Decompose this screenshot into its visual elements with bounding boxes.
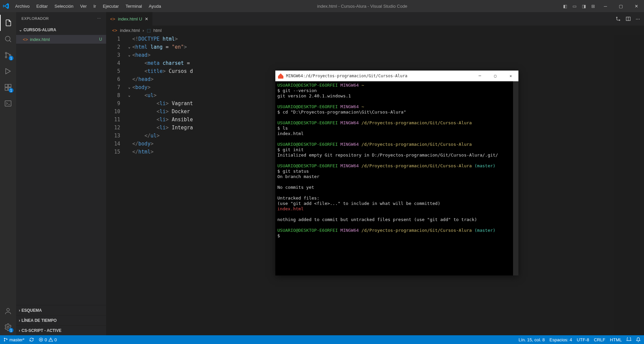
menu-archivo[interactable]: Archivo: [12, 2, 33, 11]
menu-ver[interactable]: Ver: [77, 2, 90, 11]
svg-rect-8: [5, 101, 11, 106]
status-cursor[interactable]: Lín. 15, col. 8: [519, 337, 545, 342]
svg-rect-5: [5, 88, 8, 90]
file-name: index.html: [30, 37, 50, 42]
more-icon[interactable]: ⋯: [636, 16, 640, 22]
html-file-icon: <>: [23, 37, 28, 42]
term-close-button[interactable]: ✕: [503, 71, 518, 81]
activity-run[interactable]: [0, 63, 16, 79]
toggle-panel-left-icon[interactable]: ◧: [560, 2, 570, 11]
term-titlebar[interactable]: MINGW64:/d/Proyectos-programacion/Git/Cu…: [275, 71, 518, 81]
chevron-down-icon: ⌄: [19, 28, 22, 32]
close-icon[interactable]: ✕: [145, 16, 148, 22]
fold-column[interactable]: ⌄⌄⌄⌄: [126, 35, 132, 335]
section-csscript[interactable]: › CS-SCRIPT - ACTIVE: [16, 325, 106, 335]
menu-seleccion[interactable]: Selección: [51, 2, 76, 11]
status-bar: master* 0 0 Lín. 15, col. 8 Espacios: 4 …: [0, 335, 644, 344]
svg-point-10: [7, 326, 9, 328]
activity-account[interactable]: [0, 303, 16, 319]
svg-point-9: [7, 308, 9, 311]
status-feedback-icon[interactable]: [627, 337, 631, 342]
activity-settings[interactable]: 1: [0, 319, 16, 335]
term-minimize-button[interactable]: ─: [472, 71, 488, 81]
menu-terminal[interactable]: Terminal: [123, 2, 145, 11]
settings-badge: 1: [9, 328, 13, 333]
term-maximize-button[interactable]: ▢: [488, 71, 503, 81]
line-numbers: 123456789101112131415: [106, 35, 126, 335]
toggle-panel-bottom-icon[interactable]: ▭: [570, 2, 579, 11]
window-title: index.html - Cursos-Alura - Visual Studi…: [164, 4, 560, 9]
svg-point-0: [5, 36, 10, 41]
chevron-right-icon: ›: [19, 328, 20, 333]
activity-terminal[interactable]: [0, 95, 16, 112]
more-icon[interactable]: ⋯: [97, 16, 101, 21]
svg-point-11: [616, 17, 617, 18]
svg-rect-4: [5, 84, 8, 87]
activity-explorer[interactable]: [0, 15, 16, 31]
menu-editar[interactable]: Editar: [33, 2, 51, 11]
tab-bar: <> index.html U ✕ ⋯: [106, 12, 644, 26]
term-scrollbar[interactable]: [513, 81, 518, 275]
svg-point-2: [5, 56, 7, 58]
term-body[interactable]: USUARIO@DESKTOP-E6ORFEI MINGW64 ~ $ git …: [275, 81, 518, 275]
compare-changes-icon[interactable]: [615, 16, 621, 22]
section-esquema[interactable]: › ESQUEMA: [16, 305, 106, 315]
section-timeline[interactable]: › LÍNEA DE TIEMPO: [16, 315, 106, 325]
svg-point-1: [5, 52, 7, 54]
menu-bar: Archivo Editar Selección Ver Ir Ejecutar…: [12, 2, 164, 11]
status-spaces[interactable]: Espacios: 4: [550, 337, 572, 342]
svg-rect-14: [278, 73, 283, 79]
git-bash-window[interactable]: MINGW64:/d/Proyectos-programacion/Git/Cu…: [275, 71, 518, 275]
window-minimize-button[interactable]: ─: [598, 0, 613, 12]
svg-point-16: [4, 340, 5, 341]
breadcrumb[interactable]: <> index.html › ⬚ html: [106, 26, 644, 35]
section-label: LÍNEA DE TIEMPO: [21, 318, 57, 323]
tab-index-html[interactable]: <> index.html U ✕: [106, 12, 153, 26]
menu-ejecutar[interactable]: Ejecutar: [100, 2, 122, 11]
status-bell-icon[interactable]: [636, 337, 641, 342]
code-content[interactable]: <!DOCTYPE html><html lang = "en"><head> …: [132, 35, 193, 335]
svg-rect-7: [8, 84, 11, 87]
scm-badge: 1: [9, 56, 13, 60]
chevron-right-icon: ›: [142, 28, 144, 33]
status-encoding[interactable]: UTF-8: [577, 337, 589, 342]
section-label: CS-SCRIPT - ACTIVE: [21, 328, 61, 333]
status-branch[interactable]: master*: [3, 337, 25, 342]
status-sync[interactable]: [29, 337, 34, 342]
activity-search[interactable]: [0, 31, 16, 47]
activity-bar: 1 1 1: [0, 12, 16, 335]
status-eol[interactable]: CRLF: [594, 337, 605, 342]
sidebar-title: EXPLORADOR: [21, 16, 49, 20]
breadcrumb-node[interactable]: html: [153, 28, 162, 33]
chevron-right-icon: ›: [19, 318, 20, 323]
ext-badge: 1: [9, 88, 13, 93]
split-editor-icon[interactable]: [626, 16, 631, 22]
chevron-right-icon: ›: [19, 308, 20, 313]
vscode-logo-icon: [0, 3, 12, 9]
activity-extensions[interactable]: 1: [0, 79, 16, 95]
title-bar: Archivo Editar Selección Ver Ir Ejecutar…: [0, 0, 644, 12]
html-file-icon: <>: [110, 16, 115, 22]
svg-point-12: [619, 20, 620, 21]
sidebar-explorer: EXPLORADOR ⋯ ⌄ CURSOS-ALURA <> index.htm…: [16, 12, 106, 335]
file-item-index[interactable]: <> index.html U: [16, 35, 106, 44]
window-maximize-button[interactable]: ▢: [613, 0, 629, 12]
menu-ayuda[interactable]: Ayuda: [146, 2, 164, 11]
project-header[interactable]: ⌄ CURSOS-ALURA: [16, 25, 106, 35]
html-file-icon: <>: [112, 28, 117, 33]
customize-layout-icon[interactable]: ⊞: [589, 2, 598, 11]
term-title: MINGW64:/d/Proyectos-programacion/Git/Cu…: [286, 74, 407, 78]
file-git-status: U: [99, 37, 102, 42]
toggle-panel-right-icon[interactable]: ◨: [579, 2, 589, 11]
minimap[interactable]: [614, 35, 644, 335]
activity-scm[interactable]: 1: [0, 47, 16, 63]
window-close-button[interactable]: ✕: [629, 0, 644, 12]
breadcrumb-file[interactable]: index.html: [120, 28, 140, 33]
status-problems[interactable]: 0 0: [39, 337, 57, 342]
git-bash-icon: [278, 73, 283, 79]
project-name: CURSOS-ALURA: [24, 28, 56, 32]
menu-ir[interactable]: Ir: [90, 2, 99, 11]
section-label: ESQUEMA: [21, 308, 42, 313]
svg-point-15: [4, 338, 5, 339]
status-language[interactable]: HTML: [610, 337, 622, 342]
